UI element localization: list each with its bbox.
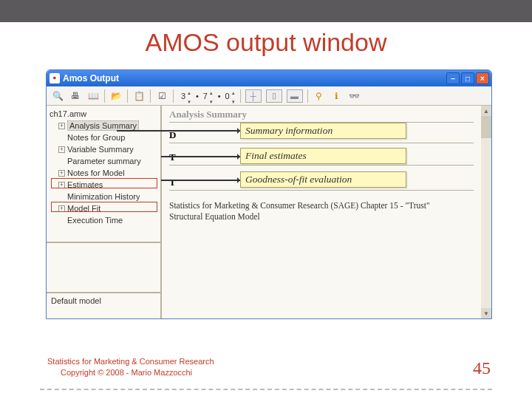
callout-estimates: Final estimates xyxy=(240,148,406,164)
highlight-estimates xyxy=(51,178,157,188)
callout-summary: Summary information xyxy=(240,123,406,139)
nav-pane: ch17.amw + Analysis Summary Notes for Gr… xyxy=(47,106,162,318)
highlight-model-fit xyxy=(51,202,157,212)
page-number: 45 xyxy=(473,358,491,378)
star-icon[interactable]: ⚲ xyxy=(313,89,326,103)
slide-top-stripe xyxy=(0,0,532,22)
open-icon[interactable]: 📂 xyxy=(109,89,123,103)
minimize-button[interactable]: – xyxy=(446,72,460,84)
content-sub-head: T xyxy=(169,177,176,188)
tree-item-notes-model[interactable]: + Notes for Model xyxy=(50,167,157,179)
copy-icon[interactable]: 📋 xyxy=(132,89,146,103)
scroll-up-icon[interactable]: ▲ xyxy=(481,106,491,116)
toolbar-separator xyxy=(150,89,151,103)
footer-line2: Copyright © 2008 - Mario Mazzocchi xyxy=(47,367,214,378)
toolbar-separator xyxy=(240,89,241,103)
toolbar-separator xyxy=(127,89,128,103)
tree-item-notes-group[interactable]: Notes for Group xyxy=(50,132,157,143)
content-rule xyxy=(169,165,474,166)
tree-item-label: Minimization History xyxy=(67,192,140,201)
tree-item-label: Notes for Group xyxy=(67,133,125,142)
arrow-estimates xyxy=(161,156,242,157)
tree-item-label: Analysis Summary xyxy=(67,120,139,131)
footer-line1: Statistics for Marketing & Consumer Rese… xyxy=(47,356,214,367)
tree-item-execution-time[interactable]: Execution Time xyxy=(50,214,157,226)
tree-item-label: Variable Summary xyxy=(67,145,134,154)
window-title: Amos Output xyxy=(63,73,119,83)
tree-root-label: ch17.amw xyxy=(50,109,86,118)
spinner-value: 0 xyxy=(222,92,230,100)
content-scrollbar[interactable]: ▲ ▼ xyxy=(481,106,491,318)
indent-spinner[interactable]: • 0 ▲▼ xyxy=(218,87,236,105)
callout-fit: Goodness-of-fit evaluation xyxy=(240,171,406,188)
slide-footer: Statistics for Marketing & Consumer Rese… xyxy=(47,356,214,378)
arrow-summary xyxy=(117,130,242,132)
content-rule xyxy=(169,143,474,143)
decimals-spinner[interactable]: 3 ▲▼ xyxy=(178,87,191,105)
close-button[interactable]: × xyxy=(476,72,489,84)
content-sub-head: T xyxy=(169,151,176,163)
tree-view: ch17.amw + Analysis Summary Notes for Gr… xyxy=(47,106,160,242)
view-2-icon[interactable]: ▯ xyxy=(266,89,282,103)
tree-item-label: Execution Time xyxy=(67,216,123,225)
expander-icon[interactable]: + xyxy=(58,146,65,153)
tree-item-minimization-history[interactable]: Minimization History xyxy=(50,191,157,202)
column-spinner[interactable]: • 7 ▲▼ xyxy=(196,87,214,105)
book-icon[interactable]: 📖 xyxy=(86,89,100,103)
preview-icon[interactable]: 🔍 xyxy=(51,89,64,103)
expander-icon[interactable]: + xyxy=(58,123,65,129)
content-rule xyxy=(169,190,474,191)
arrow-fit xyxy=(161,180,242,181)
scroll-down-icon[interactable]: ▼ xyxy=(481,308,491,318)
toolbar-separator xyxy=(307,89,308,103)
nav-middle-panel xyxy=(47,242,160,292)
window-titlebar: ⚬ Amos Output – □ × xyxy=(47,70,491,86)
toolbar-separator xyxy=(104,89,105,103)
print-icon[interactable]: 🖶 xyxy=(69,89,82,103)
options-icon[interactable]: ☑ xyxy=(155,89,168,103)
titlebar-left: ⚬ Amos Output xyxy=(50,73,119,83)
spinner-value: 3 xyxy=(178,92,185,100)
scroll-thumb[interactable] xyxy=(481,116,491,138)
nav-bottom-panel: Default model xyxy=(47,292,160,318)
window-buttons: – □ × xyxy=(446,72,489,84)
slide-title: AMOS output window xyxy=(0,28,532,57)
tree-root[interactable]: ch17.amw xyxy=(50,108,157,120)
footer-rule xyxy=(40,389,492,392)
glasses-icon[interactable]: 👓 xyxy=(348,89,361,103)
expander-icon[interactable]: + xyxy=(58,170,65,177)
help-icon[interactable]: ℹ xyxy=(330,89,344,103)
tree-item-label: Notes for Model xyxy=(67,168,125,177)
spinner-value: 7 xyxy=(200,92,208,100)
content-body: Statistics for Marketing & Consumer Rese… xyxy=(169,200,472,222)
body-line2: Structural Equation Model xyxy=(169,212,260,221)
tree-item-label: Parameter summary xyxy=(67,157,141,166)
view-3-icon[interactable]: ▬ xyxy=(287,89,303,103)
toolbar-separator xyxy=(173,89,174,103)
amos-output-window: ⚬ Amos Output – □ × 🔍 🖶 📖 📂 📋 ☑ 3 ▲▼ • 7… xyxy=(46,69,492,319)
toolbar: 🔍 🖶 📖 📂 📋 ☑ 3 ▲▼ • 7 ▲▼ • 0 ▲▼ ┼ ▯ ▬ ⚲ ℹ… xyxy=(47,86,491,106)
bottom-panel-label: Default model xyxy=(51,296,101,305)
tree-item-parameter-summary[interactable]: Parameter summary xyxy=(50,155,157,167)
maximize-button[interactable]: □ xyxy=(461,72,474,84)
app-icon: ⚬ xyxy=(50,73,60,83)
tree-item-variable-summary[interactable]: + Variable Summary xyxy=(50,143,157,155)
view-1-icon[interactable]: ┼ xyxy=(245,89,262,103)
content-heading: Analysis Summary xyxy=(169,109,247,120)
body-line1: Statistics for Marketing & Consumer Rese… xyxy=(169,201,430,210)
